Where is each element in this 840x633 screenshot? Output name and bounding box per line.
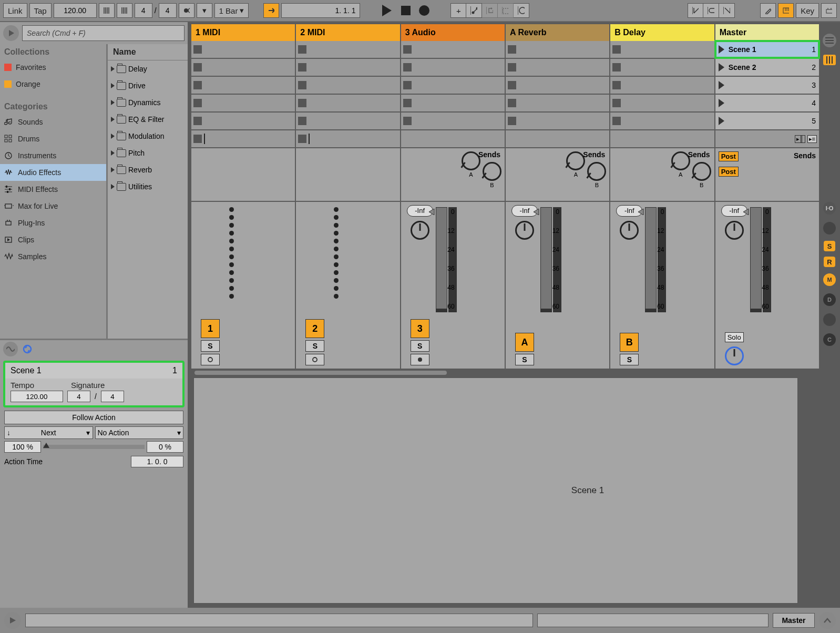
send-b-knob[interactable] xyxy=(692,162,711,181)
scene-launch-5[interactable]: 5 xyxy=(715,113,819,129)
volume-fader[interactable] xyxy=(436,207,447,312)
post-b-button[interactable]: Post xyxy=(719,167,739,177)
action-time-field[interactable]: 1. 0. 0 xyxy=(131,456,183,467)
clip-slot[interactable] xyxy=(506,41,609,58)
clip-slot[interactable] xyxy=(610,41,714,58)
track-activator[interactable]: B xyxy=(620,333,639,352)
bottom-expand-icon[interactable] xyxy=(819,612,836,629)
cat-drums[interactable]: Drums xyxy=(0,130,106,147)
bottom-master-button[interactable]: Master xyxy=(773,613,815,628)
folder-modulation[interactable]: Modulation xyxy=(108,128,188,145)
play-button[interactable] xyxy=(380,4,394,17)
arrangement-view-icon[interactable] xyxy=(823,55,836,65)
scene-launch-3[interactable]: 3 xyxy=(715,77,819,94)
metronome-dropdown-icon[interactable]: ▾ xyxy=(197,3,212,18)
clip-slot[interactable] xyxy=(191,77,295,94)
follow-action-slider[interactable] xyxy=(43,445,145,449)
pan-knob[interactable] xyxy=(725,221,744,240)
quantize-menu[interactable]: 1 Bar▾ xyxy=(214,3,249,18)
s-toggle[interactable]: S xyxy=(824,241,835,251)
master-header[interactable]: Master xyxy=(715,24,819,41)
cat-midi-effects[interactable]: MIDI Effects xyxy=(0,181,106,198)
cue-volume-knob[interactable] xyxy=(725,346,744,365)
clip-slot[interactable] xyxy=(401,113,505,129)
clip-slot[interactable] xyxy=(191,41,295,58)
solo-button[interactable]: S xyxy=(201,340,220,352)
clip-slot[interactable] xyxy=(296,59,399,76)
clip-slot[interactable] xyxy=(401,59,505,76)
name-column-header[interactable]: Name xyxy=(108,44,188,60)
send-b-knob[interactable] xyxy=(483,162,501,181)
clip-slot[interactable] xyxy=(401,95,505,111)
clip-slot[interactable] xyxy=(506,95,609,111)
clip-slot[interactable] xyxy=(610,95,714,111)
clip-slot[interactable] xyxy=(610,59,714,76)
pan-knob[interactable] xyxy=(620,221,639,240)
track-header-2[interactable]: 2 MIDI xyxy=(296,24,399,41)
m-toggle[interactable]: M xyxy=(823,273,836,286)
solo-button[interactable]: Solo xyxy=(725,332,744,342)
follow-action-button[interactable]: Follow Action xyxy=(4,411,183,424)
cat-clips[interactable]: Clips xyxy=(0,231,106,248)
post-a-button[interactable]: Post xyxy=(719,151,739,161)
clip-slot[interactable] xyxy=(401,41,505,58)
io-toggle[interactable]: I·O xyxy=(823,202,836,215)
stop-all-icon[interactable]: ▸║ xyxy=(795,135,805,143)
scene-tempo-field[interactable] xyxy=(11,391,63,402)
folder-delay[interactable]: Delay xyxy=(108,60,188,77)
metronome-icon[interactable] xyxy=(179,3,194,18)
nudge-down-icon[interactable] xyxy=(99,3,115,18)
track-status-row[interactable] xyxy=(401,130,505,147)
folder-drive[interactable]: Drive xyxy=(108,77,188,94)
volume-fader[interactable] xyxy=(750,207,762,312)
overdub-icon[interactable]: + xyxy=(450,3,466,18)
crossfader-a[interactable] xyxy=(25,614,533,627)
arrangement-position[interactable]: 1. 1. 1 xyxy=(281,3,360,18)
track-status-row[interactable] xyxy=(191,130,295,147)
cat-plugins[interactable]: Plug-Ins xyxy=(0,215,106,231)
clip-slot[interactable] xyxy=(401,77,505,94)
track-status-row[interactable] xyxy=(296,130,399,147)
punch-icon[interactable] xyxy=(719,3,735,18)
track-header-4[interactable]: A Reverb xyxy=(506,24,609,41)
scene-sig-num-field[interactable] xyxy=(67,391,90,402)
folder-eq-filter[interactable]: EQ & Filter xyxy=(108,111,188,128)
send-a-knob[interactable] xyxy=(566,151,585,170)
menu-icon[interactable] xyxy=(823,34,836,47)
clip-slot[interactable] xyxy=(506,77,609,94)
pan-knob[interactable] xyxy=(411,221,429,240)
clip-slot[interactable] xyxy=(506,113,609,129)
record-button[interactable] xyxy=(418,4,431,17)
send-a-knob[interactable] xyxy=(462,151,480,170)
track-activator[interactable]: 2 xyxy=(305,319,324,338)
folder-utilities[interactable]: Utilities xyxy=(108,178,188,195)
track-status-row[interactable] xyxy=(610,130,714,147)
track-status-row[interactable] xyxy=(506,130,609,147)
folder-pitch[interactable]: Pitch xyxy=(108,145,188,161)
groove-pool-toggle[interactable] xyxy=(3,342,18,356)
track-header-1[interactable]: 1 MIDI xyxy=(191,24,295,41)
clip-slot[interactable] xyxy=(191,95,295,111)
crossfader-b[interactable] xyxy=(537,614,769,627)
sends-toggle[interactable] xyxy=(823,222,836,234)
clip-slot[interactable] xyxy=(296,95,399,111)
arm-button[interactable] xyxy=(201,354,220,365)
computer-midi-keyboard-icon[interactable] xyxy=(778,3,794,18)
track-header-3[interactable]: 3 Audio xyxy=(401,24,505,41)
cat-max-for-live[interactable]: Max for Live xyxy=(0,198,106,215)
automation-arm-icon[interactable] xyxy=(466,3,482,18)
solo-button[interactable]: S xyxy=(411,340,429,352)
track-activator[interactable]: 1 xyxy=(201,319,220,338)
clip-slot[interactable] xyxy=(610,77,714,94)
solo-button[interactable]: S xyxy=(620,354,639,365)
scene-launch-4[interactable]: 4 xyxy=(715,95,819,111)
loop-icon[interactable] xyxy=(703,3,719,18)
draw-mode-icon[interactable] xyxy=(760,3,776,18)
play-all-icon[interactable]: ▸≡ xyxy=(807,135,817,143)
send-a-knob[interactable] xyxy=(671,151,690,170)
cat-instruments[interactable]: Instruments xyxy=(0,147,106,164)
tap-button[interactable]: Tap xyxy=(29,3,52,18)
follow-action-chance-a[interactable]: 100 % xyxy=(4,441,41,453)
track-activator[interactable]: 3 xyxy=(411,319,429,338)
nudge-up-icon[interactable] xyxy=(117,3,132,18)
